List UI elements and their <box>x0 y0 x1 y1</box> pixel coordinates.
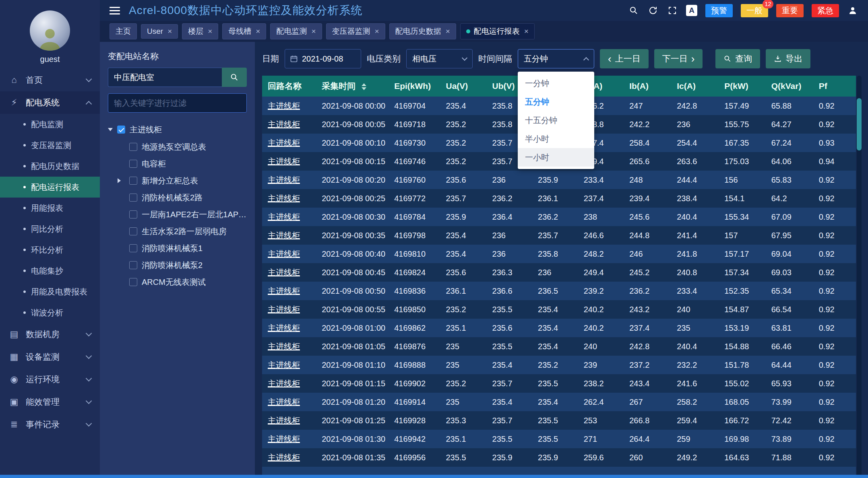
scrollbar-thumb[interactable] <box>857 98 862 150</box>
tree-checkbox[interactable] <box>129 261 137 269</box>
station-search-button[interactable] <box>222 68 247 87</box>
tree-checkbox[interactable] <box>129 278 137 286</box>
sidebar-submenu-item[interactable]: 配电历史数据 <box>0 156 100 177</box>
circuit-name-link[interactable]: 主进线柜 <box>268 323 300 332</box>
circuit-name-link[interactable]: 主进线柜 <box>268 138 300 147</box>
next-day-button[interactable]: 下一日 › <box>654 49 703 68</box>
tree-checkbox[interactable] <box>129 177 137 185</box>
tab-close-icon[interactable]: × <box>167 27 172 36</box>
alarm-button[interactable]: 预警 <box>705 4 733 17</box>
collapse-caret-icon[interactable] <box>108 128 113 131</box>
station-search-input[interactable] <box>108 68 222 87</box>
circuit-name-link[interactable]: 主进线柜 <box>268 212 300 221</box>
tab[interactable]: 配电运行报表 × <box>460 23 535 39</box>
sidebar-item[interactable]: ≣ 事件记录 <box>0 413 100 436</box>
export-button[interactable]: 导出 <box>766 49 810 68</box>
sidebar-submenu-item[interactable]: 环比分析 <box>0 239 100 260</box>
tree-node[interactable]: 地源热泵空调总表 <box>118 138 247 155</box>
circuit-name-link[interactable]: 主进线柜 <box>268 416 300 425</box>
tree-node[interactable]: 生活水泵2路一层弱电房 <box>118 223 247 240</box>
tree-node[interactable]: 消防栓机械泵2路 <box>118 189 247 206</box>
tab-close-icon[interactable]: × <box>375 27 379 36</box>
tree-checkbox[interactable] <box>129 210 137 218</box>
tab-close-icon[interactable]: × <box>208 27 212 36</box>
tree-root-checkbox[interactable] <box>117 126 125 134</box>
circuit-name-link[interactable]: 主进线柜 <box>268 305 300 314</box>
interval-select[interactable]: 五分钟 <box>518 49 594 68</box>
circuit-name-link[interactable]: 主进线柜 <box>268 379 300 388</box>
tab[interactable]: 变压器监测 × <box>326 23 385 39</box>
sidebar-item[interactable]: ◉ 运行环境 <box>0 368 100 391</box>
tree-filter-input[interactable] <box>108 93 247 113</box>
circuit-name-link[interactable]: 主进线柜 <box>268 231 300 240</box>
date-picker[interactable]: 2021-09-08 <box>285 49 361 68</box>
circuit-name-link[interactable]: 主进线柜 <box>268 398 300 406</box>
sidebar-submenu-item[interactable]: 变压器监测 <box>0 135 100 156</box>
search-icon[interactable] <box>628 5 639 16</box>
tab-close-icon[interactable]: × <box>256 27 260 36</box>
dropdown-option[interactable]: 半小时 <box>518 130 594 148</box>
sort-icon[interactable] <box>362 83 366 90</box>
sidebar-submenu-item[interactable]: 用能及电费报表 <box>0 281 100 302</box>
tree-node[interactable]: 消防喷淋机械泵1 <box>118 240 247 257</box>
tab-close-icon[interactable]: × <box>311 27 316 36</box>
circuit-name-link[interactable]: 主进线柜 <box>268 157 300 166</box>
expand-caret-icon[interactable] <box>118 178 121 183</box>
tab[interactable]: 母线槽 × <box>222 23 266 39</box>
tree-checkbox[interactable] <box>129 244 137 252</box>
tab[interactable]: 主页 × <box>110 23 137 39</box>
dropdown-option[interactable]: 一分钟 <box>518 74 594 93</box>
sidebar-submenu-item[interactable]: 同比分析 <box>0 218 100 239</box>
circuit-name-link[interactable]: 主进线柜 <box>268 101 300 110</box>
voltage-type-select[interactable]: 相电压 <box>406 49 473 68</box>
dropdown-option[interactable]: 一小时 <box>518 148 594 167</box>
circuit-name-link[interactable]: 主进线柜 <box>268 361 300 369</box>
circuit-name-link[interactable]: 主进线柜 <box>268 194 300 203</box>
fullscreen-icon[interactable] <box>667 5 678 16</box>
sidebar-submenu-item[interactable]: 电能集抄 <box>0 260 100 281</box>
alarm-button[interactable]: 紧急 <box>812 4 839 17</box>
tree-checkbox[interactable] <box>129 160 137 168</box>
tree-checkbox[interactable] <box>129 227 137 235</box>
circuit-name-link[interactable]: 主进线柜 <box>268 342 300 351</box>
tree-checkbox[interactable] <box>129 194 137 202</box>
tree-root-node[interactable]: 主进线柜 <box>108 121 247 138</box>
user-avatar[interactable] <box>30 10 70 51</box>
tree-node[interactable]: 新增分立柜总表 <box>118 172 247 189</box>
tab-close-icon[interactable]: × <box>524 27 529 36</box>
sidebar-submenu-item[interactable]: 配电运行报表 <box>0 177 100 198</box>
tab[interactable]: 配电历史数据 × <box>389 23 456 39</box>
circuit-name-link[interactable]: 主进线柜 <box>268 286 300 295</box>
font-size-icon[interactable]: A <box>686 5 697 16</box>
prev-day-button[interactable]: ‹ 上一日 <box>600 49 649 68</box>
alarm-button[interactable]: 一般 12 <box>741 4 768 17</box>
circuit-name-link[interactable]: 主进线柜 <box>268 435 300 443</box>
circuit-name-link[interactable]: 主进线柜 <box>268 268 300 277</box>
sidebar-submenu-item[interactable]: 谐波分析 <box>0 302 100 323</box>
circuit-name-link[interactable]: 主进线柜 <box>268 175 300 184</box>
sidebar-item[interactable]: ▦ 设备监测 <box>0 346 100 368</box>
tree-node[interactable]: 一层南1APE2右一层北1APE1左 <box>118 206 247 223</box>
circuit-name-link[interactable]: 主进线柜 <box>268 120 300 129</box>
refresh-icon[interactable] <box>647 5 659 16</box>
user-icon[interactable] <box>847 5 858 16</box>
tab-close-icon[interactable]: × <box>446 27 450 36</box>
sidebar-submenu-item[interactable]: 用能报表 <box>0 198 100 218</box>
circuit-name-link[interactable]: 主进线柜 <box>268 453 300 462</box>
sidebar-item[interactable]: ▣ 能效管理 <box>0 391 100 413</box>
tree-node[interactable]: ARCM无线表测试 <box>118 274 247 291</box>
menu-toggle-icon[interactable] <box>110 7 120 14</box>
query-button[interactable]: 查询 <box>715 49 760 68</box>
tab[interactable]: User × <box>141 24 178 39</box>
sidebar-item[interactable]: ⌂ 首页 <box>0 69 100 91</box>
tab[interactable]: 楼层 × <box>182 23 218 39</box>
dropdown-option[interactable]: 十五分钟 <box>518 111 594 130</box>
tree-checkbox[interactable] <box>129 143 137 151</box>
sidebar-item-power-system[interactable]: ⚡ 配电系统 <box>0 91 100 114</box>
dropdown-option[interactable]: 五分钟 <box>518 93 594 111</box>
circuit-name-link[interactable]: 主进线柜 <box>268 249 300 258</box>
tree-node[interactable]: 电容柜 <box>118 155 247 172</box>
sidebar-item[interactable]: ▤ 数据机房 <box>0 323 100 346</box>
table-vertical-scrollbar[interactable] <box>857 76 862 478</box>
sidebar-submenu-item[interactable]: 配电监测 <box>0 114 100 135</box>
